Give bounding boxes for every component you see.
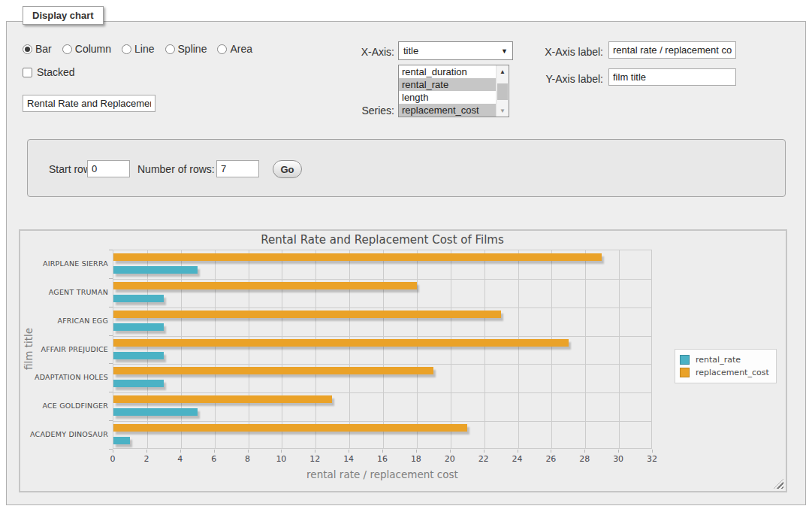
x-tick-label: 6 xyxy=(203,454,225,464)
x-tick-mark xyxy=(214,450,215,453)
y-axis-label-caption: Y-Axis label: xyxy=(533,73,603,85)
x-tick-label: 8 xyxy=(237,454,259,464)
y-tick-mark xyxy=(109,363,113,364)
x-tick-label: 22 xyxy=(472,454,495,464)
gridline xyxy=(484,250,485,448)
y-tick-mark xyxy=(109,392,113,392)
gridline xyxy=(147,250,148,448)
category-label: AGENT TRUMAN xyxy=(20,288,108,296)
go-button-label: Go xyxy=(280,164,294,175)
series-listbox[interactable]: rental_duration rental_rate length repla… xyxy=(398,65,509,117)
x-tick-mark xyxy=(349,450,349,453)
legend-swatch-rental_rate xyxy=(680,355,690,365)
y-tick-mark xyxy=(109,250,113,250)
gridline xyxy=(113,364,651,365)
radio-spline[interactable]: Spline xyxy=(165,43,207,55)
scroll-up-icon[interactable]: ▲ xyxy=(497,65,509,77)
gridline xyxy=(113,336,651,337)
series-option-replacement-cost[interactable]: replacement_cost xyxy=(399,104,496,117)
x-axis-selected-value: title xyxy=(403,45,418,56)
gridline xyxy=(585,250,586,448)
dropdown-arrow-icon[interactable]: ▼ xyxy=(501,47,508,55)
x-tick-mark xyxy=(248,450,249,453)
x-tick-label: 4 xyxy=(169,454,192,464)
gridline xyxy=(451,250,451,448)
series-scrollbar[interactable]: ▲ ▼ xyxy=(496,65,509,117)
x-tick-mark xyxy=(618,450,619,453)
bar-replacement_cost xyxy=(113,339,569,347)
x-tick-label: 24 xyxy=(506,454,529,464)
start-row-input[interactable] xyxy=(87,160,130,177)
bar-rental_rate xyxy=(113,352,164,359)
gridline xyxy=(349,250,350,448)
x-tick-mark xyxy=(450,450,451,453)
go-button[interactable]: Go xyxy=(273,160,302,178)
radio-spline-icon[interactable] xyxy=(165,44,175,54)
gridline xyxy=(181,250,182,448)
x-tick-label: 2 xyxy=(135,454,158,464)
radio-line-icon[interactable] xyxy=(122,44,131,54)
gridline xyxy=(383,250,384,448)
plot-area xyxy=(113,250,652,449)
x-tick-label: 32 xyxy=(641,454,663,464)
radio-area[interactable]: Area xyxy=(217,43,252,55)
y-axis-label-input[interactable] xyxy=(608,68,736,86)
chart-title-input[interactable] xyxy=(23,95,155,112)
gridline xyxy=(551,250,552,448)
category-label: ACE GOLDFINGER xyxy=(20,401,108,410)
gridline xyxy=(417,250,418,448)
series-option-rental-rate[interactable]: rental_rate xyxy=(399,78,496,91)
radio-column-icon[interactable] xyxy=(62,44,72,54)
bar-replacement_cost xyxy=(113,367,433,374)
scroll-down-icon[interactable]: ▼ xyxy=(497,105,509,117)
x-tick-mark xyxy=(416,450,417,453)
bar-rental_rate xyxy=(113,380,164,387)
bar-rental_rate xyxy=(113,323,164,331)
panel-legend: Display chart xyxy=(23,6,104,25)
resize-handle-icon[interactable] xyxy=(774,479,783,489)
bar-replacement_cost xyxy=(113,311,501,318)
scrollbar-thumb[interactable] xyxy=(497,83,508,100)
x-axis-select[interactable]: title ▼ xyxy=(398,41,513,60)
x-axis-label-input[interactable] xyxy=(608,41,736,59)
x-tick-label: 12 xyxy=(303,454,326,464)
gridline xyxy=(113,421,651,422)
gridline xyxy=(282,250,282,448)
x-tick-label: 30 xyxy=(607,454,629,464)
radio-bar[interactable]: Bar xyxy=(23,43,52,55)
bar-rental_rate xyxy=(113,408,198,416)
y-tick-mark xyxy=(109,335,113,336)
x-tick-mark xyxy=(652,450,653,453)
gridline xyxy=(113,279,651,280)
series-list-label: Series: xyxy=(342,105,394,117)
series-option-length[interactable]: length xyxy=(399,91,496,104)
x-tick-label: 10 xyxy=(270,454,292,464)
page: Display chart Bar Column Line Spline Are… xyxy=(0,0,812,512)
stacked-label: Stacked xyxy=(37,66,75,78)
gridline xyxy=(215,250,216,448)
radio-column[interactable]: Column xyxy=(62,43,111,55)
x-tick-mark xyxy=(146,450,147,453)
x-axis-select-label: X-Axis: xyxy=(342,46,394,58)
bar-rental_rate xyxy=(113,437,130,444)
x-tick-mark xyxy=(315,450,315,453)
num-rows-input[interactable] xyxy=(216,160,259,177)
radio-bar-icon[interactable] xyxy=(23,44,32,54)
series-options: rental_duration rental_rate length repla… xyxy=(399,65,496,117)
bar-rental_rate xyxy=(113,295,164,302)
radio-bar-label: Bar xyxy=(35,43,52,55)
category-label: ACADEMY DINOSAUR xyxy=(20,430,108,438)
stacked-checkbox[interactable] xyxy=(23,68,32,77)
x-tick-label: 26 xyxy=(539,454,562,464)
y-tick-mark xyxy=(109,307,113,308)
x-tick-mark xyxy=(382,450,383,453)
bar-rental_rate xyxy=(113,266,198,274)
gridline xyxy=(518,250,519,448)
rows-panel: Start row: Number of rows: Go xyxy=(27,139,786,197)
radio-area-icon[interactable] xyxy=(217,44,227,54)
x-axis-label-caption: X-Axis label: xyxy=(533,46,603,58)
stacked-row: Stacked xyxy=(23,66,75,78)
series-option-rental-duration[interactable]: rental_duration xyxy=(399,65,496,78)
radio-line[interactable]: Line xyxy=(122,43,154,55)
legend-label: replacement_cost xyxy=(690,368,769,377)
